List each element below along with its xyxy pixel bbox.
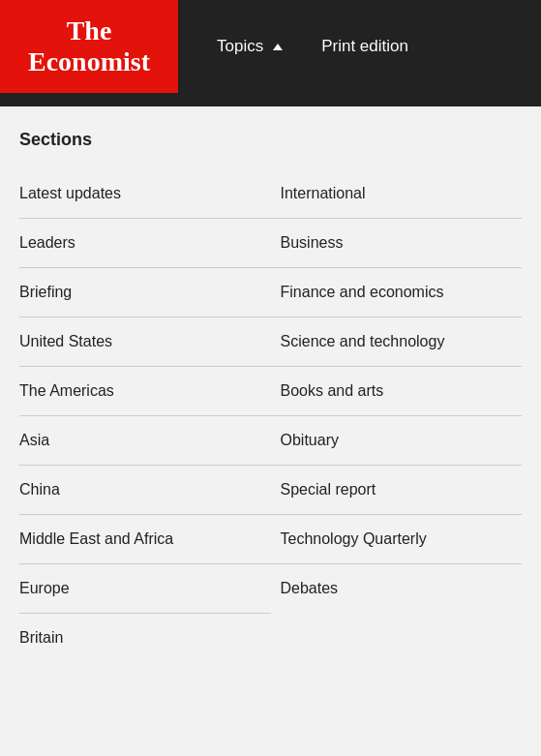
- left-section-item[interactable]: Latest updates: [19, 169, 271, 219]
- right-section-item[interactable]: Technology Quarterly: [271, 515, 523, 564]
- left-section-item[interactable]: China: [19, 466, 271, 515]
- left-section-item[interactable]: The Americas: [19, 367, 271, 416]
- left-section-item[interactable]: Britain: [19, 614, 271, 662]
- right-section-item[interactable]: Special report: [271, 466, 523, 515]
- print-edition-label: Print edition: [321, 37, 408, 56]
- topics-label: Topics: [217, 37, 263, 56]
- header: The Economist Topics Print edition: [0, 0, 541, 93]
- sections-grid: Latest updatesLeadersBriefingUnited Stat…: [19, 169, 522, 662]
- left-section-item[interactable]: Briefing: [19, 268, 271, 318]
- logo-text: The Economist: [28, 15, 150, 77]
- print-edition-nav-item[interactable]: Print edition: [302, 37, 428, 56]
- logo[interactable]: The Economist: [0, 0, 178, 93]
- right-section-item[interactable]: Science and technology: [271, 318, 523, 367]
- right-section-item[interactable]: Finance and economics: [271, 268, 523, 318]
- right-section-item[interactable]: Debates: [271, 564, 523, 613]
- left-section-item[interactable]: Leaders: [19, 219, 271, 268]
- dropdown-arrow-icon: [245, 93, 272, 106]
- left-column: Latest updatesLeadersBriefingUnited Stat…: [19, 169, 271, 662]
- header-nav: Topics Print edition: [178, 0, 541, 93]
- main-content: Sections Latest updatesLeadersBriefingUn…: [0, 106, 541, 681]
- sections-title: Sections: [19, 130, 522, 150]
- right-section-item[interactable]: International: [271, 169, 523, 219]
- left-section-item[interactable]: Europe: [19, 564, 271, 614]
- right-column: InternationalBusinessFinance and economi…: [271, 169, 523, 662]
- left-section-item[interactable]: Asia: [19, 416, 271, 466]
- topics-caret-icon: [273, 44, 283, 50]
- right-section-item[interactable]: Books and arts: [271, 367, 523, 416]
- left-section-item[interactable]: Middle East and Africa: [19, 515, 271, 564]
- right-section-item[interactable]: Obituary: [271, 416, 523, 466]
- left-section-item[interactable]: United States: [19, 318, 271, 367]
- right-section-item[interactable]: Business: [271, 219, 523, 268]
- header-arrow-wrapper: [0, 93, 541, 106]
- topics-nav-item[interactable]: Topics: [197, 37, 302, 56]
